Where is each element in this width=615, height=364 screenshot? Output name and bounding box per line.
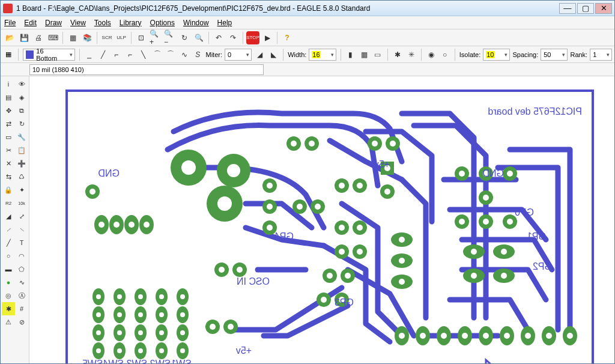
menu-help[interactable]: Help bbox=[217, 19, 232, 27]
rotate-tool-icon[interactable]: ↻ bbox=[15, 117, 28, 130]
script-icon[interactable]: SCR bbox=[100, 31, 114, 44]
bend-style-7-icon[interactable]: ∿ bbox=[178, 48, 190, 61]
miter-select[interactable]: 0 bbox=[225, 49, 252, 61]
go-icon[interactable]: ▶ bbox=[261, 31, 274, 44]
print-icon[interactable]: 🖨 bbox=[32, 31, 45, 44]
thermal-off-icon[interactable]: ✳ bbox=[405, 48, 417, 61]
copy-tool-icon[interactable]: ⧉ bbox=[15, 104, 28, 117]
library-icon[interactable]: 📚 bbox=[80, 31, 94, 44]
grid-icon[interactable]: ▦ bbox=[3, 48, 14, 61]
svg-point-34 bbox=[315, 204, 321, 210]
hole-tool-icon[interactable]: ◎ bbox=[2, 289, 15, 302]
redraw-icon[interactable]: ↻ bbox=[178, 31, 191, 44]
miter-style-a-icon[interactable]: ◢ bbox=[254, 48, 265, 61]
route-tool-icon[interactable]: ⟋ bbox=[2, 223, 15, 236]
zoom-select-icon[interactable]: 🔍 bbox=[192, 31, 205, 44]
bend-style-5-icon[interactable]: ⌒ bbox=[151, 48, 163, 61]
schematic-icon[interactable]: ▦ bbox=[66, 31, 79, 44]
menu-file[interactable]: File bbox=[4, 19, 16, 27]
info-tool-icon[interactable]: i bbox=[2, 77, 15, 91]
erc-tool-icon[interactable]: ⚠ bbox=[2, 315, 15, 329]
svg-point-125 bbox=[117, 348, 122, 353]
mark-tool-icon[interactable]: ◈ bbox=[15, 91, 28, 104]
zoom-out-icon[interactable]: 🔍− bbox=[163, 31, 177, 44]
mirror-tool-icon[interactable]: ⇄ bbox=[2, 117, 15, 130]
layer-select[interactable]: 16 Bottom bbox=[23, 49, 75, 61]
help-icon[interactable]: ? bbox=[280, 31, 294, 44]
bend-style-1-icon[interactable]: ╱ bbox=[97, 48, 109, 61]
orphan-on-icon[interactable]: ◉ bbox=[426, 48, 437, 61]
menu-edit[interactable]: Edit bbox=[24, 19, 37, 27]
maximize-button[interactable]: ▢ bbox=[577, 3, 594, 14]
value-tool-icon[interactable]: 10k bbox=[15, 196, 28, 210]
add-tool-icon[interactable]: ➕ bbox=[15, 157, 28, 170]
minimize-button[interactable]: — bbox=[559, 3, 576, 14]
orphan-off-icon[interactable]: ○ bbox=[439, 48, 450, 61]
width-select[interactable]: 16 bbox=[309, 49, 336, 61]
pour-hatch-icon[interactable]: ▦ bbox=[359, 48, 370, 61]
text-tool-icon[interactable]: T bbox=[15, 236, 28, 249]
thermal-on-icon[interactable]: ✱ bbox=[392, 48, 404, 61]
save-icon[interactable]: 💾 bbox=[17, 31, 31, 44]
open-icon[interactable]: 📂 bbox=[3, 31, 16, 44]
pinswap-tool-icon[interactable]: ⇆ bbox=[2, 170, 15, 183]
menu-library[interactable]: Library bbox=[120, 19, 142, 27]
menu-tools[interactable]: Tools bbox=[94, 19, 111, 27]
run-icon[interactable]: ULP bbox=[115, 31, 128, 44]
redo-icon[interactable]: ↷ bbox=[226, 31, 240, 44]
menu-options[interactable]: Options bbox=[150, 19, 175, 27]
wire-tool-icon[interactable]: ╱ bbox=[2, 236, 15, 249]
errors-tool-icon[interactable]: ⊘ bbox=[15, 315, 28, 329]
delete-tool-icon[interactable]: ✕ bbox=[2, 157, 15, 170]
smash-tool-icon[interactable]: ✦ bbox=[15, 183, 28, 196]
menu-draw[interactable]: Draw bbox=[45, 19, 62, 27]
attribute-tool-icon[interactable]: Ⓐ bbox=[15, 289, 28, 302]
ripup-tool-icon[interactable]: ⟍ bbox=[15, 223, 28, 236]
bend-style-2-icon[interactable]: ⌐ bbox=[111, 48, 123, 61]
paste-tool-icon[interactable]: 📋 bbox=[15, 144, 28, 157]
circle-tool-icon[interactable]: ○ bbox=[2, 249, 15, 262]
isolate-select[interactable]: 10 bbox=[483, 49, 510, 61]
canvas[interactable]: < circle cx="660" cy="180" r="12"/> bbox=[29, 76, 614, 363]
zoom-fit-icon[interactable]: ⊡ bbox=[135, 31, 148, 44]
spacing-select[interactable]: 50 bbox=[541, 49, 568, 61]
pour-outline-icon[interactable]: ▭ bbox=[372, 48, 383, 61]
stop-icon[interactable]: STOP bbox=[246, 31, 259, 44]
bend-style-8-icon[interactable]: S bbox=[192, 48, 204, 61]
move-tool-icon[interactable]: ✥ bbox=[2, 104, 15, 117]
svg-point-91 bbox=[501, 273, 507, 279]
rect-tool-icon[interactable]: ▬ bbox=[2, 262, 15, 276]
ratsnest-tool-icon[interactable]: ✱ bbox=[2, 302, 15, 315]
cam-icon[interactable]: ⌨ bbox=[46, 31, 59, 44]
rank-select[interactable]: 1 bbox=[590, 49, 612, 61]
miter-style-b-icon[interactable]: ◣ bbox=[268, 48, 279, 61]
auto-tool-icon[interactable]: # bbox=[15, 302, 28, 315]
display-tool-icon[interactable]: ▤ bbox=[2, 91, 15, 104]
coord-readout[interactable]: 10 mil (1880 410) bbox=[29, 64, 264, 75]
bend-style-3-icon[interactable]: ⌐ bbox=[124, 48, 136, 61]
svg-point-74 bbox=[507, 171, 513, 177]
polygon-tool-icon[interactable]: ⬠ bbox=[15, 262, 28, 276]
svg-point-141 bbox=[159, 348, 164, 353]
bend-style-6-icon[interactable]: ⌒ bbox=[165, 48, 177, 61]
via-tool-icon[interactable]: ● bbox=[2, 276, 15, 289]
signal-tool-icon[interactable]: ∿ bbox=[15, 276, 28, 289]
undo-icon[interactable]: ↶ bbox=[212, 31, 225, 44]
change-tool-icon[interactable]: 🔧 bbox=[15, 130, 28, 144]
lock-tool-icon[interactable]: 🔒 bbox=[2, 183, 15, 196]
close-button[interactable]: ✕ bbox=[595, 3, 612, 14]
arc-tool-icon[interactable]: ◠ bbox=[15, 249, 28, 262]
menu-view[interactable]: View bbox=[70, 19, 86, 27]
miter-tool-icon[interactable]: ◢ bbox=[2, 210, 15, 223]
show-tool-icon[interactable]: 👁 bbox=[15, 77, 28, 91]
bend-style-4-icon[interactable]: ╲ bbox=[138, 48, 150, 61]
group-tool-icon[interactable]: ▭ bbox=[2, 130, 15, 144]
menu-window[interactable]: Window bbox=[183, 19, 209, 27]
bend-style-0-icon[interactable]: ⎯ bbox=[83, 48, 95, 61]
split-tool-icon[interactable]: ⤢ bbox=[15, 210, 28, 223]
name-tool-icon[interactable]: R2 bbox=[2, 196, 15, 210]
zoom-in-icon[interactable]: 🔍+ bbox=[149, 31, 162, 44]
replace-tool-icon[interactable]: ♺ bbox=[15, 170, 28, 183]
pour-solid-icon[interactable]: ▮ bbox=[345, 48, 356, 61]
cut-tool-icon[interactable]: ✂ bbox=[2, 144, 15, 157]
